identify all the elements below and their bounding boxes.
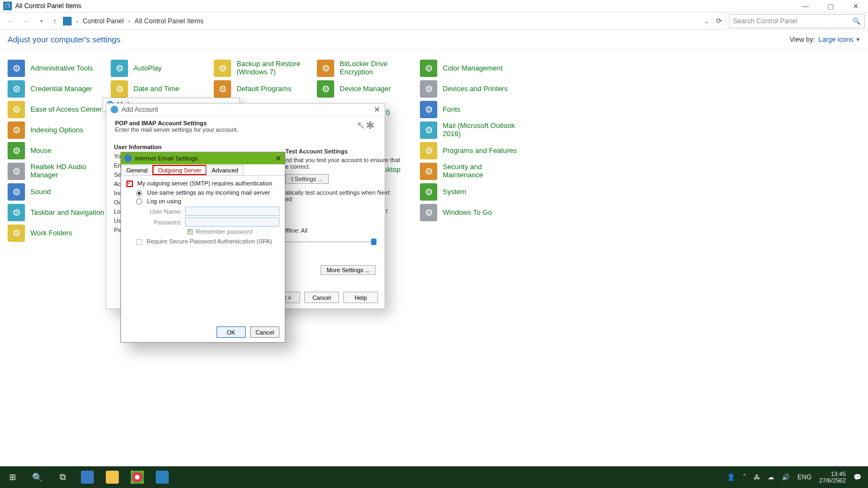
cp-item[interactable]: ⚙Devices and Printers	[420, 79, 523, 99]
breadcrumb-drop[interactable]: ⌄	[701, 17, 712, 25]
search-button[interactable]: 🔍	[25, 466, 50, 488]
radio-logon-row[interactable]: Log on using	[126, 198, 279, 205]
cp-item-label: Work Folders	[30, 229, 72, 237]
cp-item-icon: ⚙	[420, 183, 437, 201]
onedrive-icon[interactable]: ☁	[768, 473, 774, 481]
search-box[interactable]: Search Control Panel 🔍	[729, 14, 865, 28]
offline-slider[interactable]	[285, 241, 374, 242]
smtp-auth-checkbox[interactable]	[126, 181, 133, 187]
cp-item-icon: ⚙	[8, 121, 25, 139]
tab-general[interactable]: General	[121, 165, 153, 175]
cp-item[interactable]: ⚙Work Folders	[8, 223, 111, 243]
password-input[interactable]	[185, 217, 279, 227]
cp-item-icon: ⚙	[420, 80, 437, 98]
tray-chevron-icon[interactable]: ˄	[743, 473, 746, 481]
help-button[interactable]: Help	[343, 292, 378, 303]
password-label: Password:	[146, 219, 182, 226]
test-account-desc: e correct.	[285, 163, 410, 170]
radio-logon[interactable]	[136, 198, 142, 204]
section-test-account: Test Account Settings	[285, 148, 410, 155]
clock-date: 27/6/2562	[819, 477, 846, 484]
cp-item-icon: ⚙	[8, 163, 25, 180]
network-icon[interactable]: 🖧	[754, 473, 760, 481]
breadcrumb-item[interactable]: All Control Panel Items	[132, 17, 206, 25]
cp-item[interactable]: ⚙AutoPlay	[111, 58, 214, 79]
remember-password-checkbox[interactable]	[187, 229, 193, 235]
spa-checkbox[interactable]	[136, 239, 142, 245]
cp-item[interactable]: ⚙Taskbar and Navigation	[8, 202, 111, 223]
test-settings-button[interactable]: t Settings ...	[285, 174, 329, 184]
control-panel-icon: ❐	[3, 2, 12, 10]
radio-same-settings[interactable]	[136, 190, 142, 196]
cp-item[interactable]: ⚙Default Programs	[214, 79, 317, 99]
ok-button[interactable]: OK	[216, 326, 246, 338]
cp-item-icon: ⚙	[111, 60, 128, 77]
tab-outgoing-server[interactable]: Outgoing Server	[152, 165, 207, 175]
tab-bar: General Outgoing Server Advanced	[121, 164, 285, 176]
radio-same-settings-row[interactable]: Use same settings as my incoming mail se…	[126, 189, 279, 196]
minimize-button[interactable]: —	[793, 0, 818, 12]
smtp-auth-row[interactable]: My outgoing server (SMTP) requires authe…	[126, 180, 279, 187]
forward-button[interactable]: →	[18, 16, 34, 25]
cp-item[interactable]: ⚙Device Manager	[317, 79, 420, 99]
cp-item[interactable]: ⚙Administrative Tools	[8, 58, 111, 79]
auto-test-label: atically test account settings when Next	[285, 189, 410, 196]
search-placeholder: Search Control Panel	[733, 17, 797, 25]
cp-item[interactable]: ⚙Programs and Features	[420, 140, 523, 161]
cp-item[interactable]: ⚙System	[420, 182, 523, 202]
cp-item-icon: ⚙	[420, 204, 437, 221]
cp-item-label: Fonts	[443, 106, 461, 114]
cp-item[interactable]: ⚙Credential Manager	[8, 79, 111, 99]
cp-item[interactable]: ⚙Mouse	[8, 140, 111, 161]
start-button[interactable]: ⊞	[0, 466, 25, 488]
close-button[interactable]: ✕	[843, 0, 868, 12]
close-icon[interactable]: ✕	[374, 105, 380, 114]
cancel-button[interactable]: Cancel	[250, 326, 279, 338]
cp-item[interactable]: ⚙Date and Time	[111, 79, 214, 99]
cp-item-icon: ⚙	[111, 80, 128, 98]
test-account-desc: nd that you test your account to ensure …	[285, 157, 410, 163]
taskbar-app-control-panel[interactable]	[150, 466, 175, 488]
cp-item[interactable]: ⚙Color Management	[420, 58, 523, 79]
maximize-button[interactable]: ▢	[818, 0, 843, 12]
auto-test-label: ed	[285, 196, 410, 202]
add-account-title: Add Account	[122, 106, 158, 113]
cp-item[interactable]: ⚙Windows To Go	[420, 202, 523, 223]
cp-item-icon: ⚙	[8, 80, 25, 98]
spa-row[interactable]: Require Secure Password Authentication (…	[136, 238, 279, 245]
taskbar-app[interactable]	[75, 466, 100, 488]
cp-item[interactable]: ⚙Indexing Options	[8, 120, 111, 140]
offline-label: ffline: All	[285, 227, 410, 234]
cp-item[interactable]: ⚙Backup and Restore (Windows 7)	[214, 58, 317, 79]
tab-advanced[interactable]: Advanced	[206, 165, 244, 175]
clock[interactable]: 13:45 27/6/2562	[819, 471, 846, 484]
viewby-label: View by:	[789, 36, 815, 43]
close-icon[interactable]: ✕	[275, 154, 282, 163]
taskbar: ⊞ 🔍 ⧉ 👤 ˄ 🖧 ☁ 🔊 ENG 13:45 27/6/2562 💬	[0, 466, 868, 488]
taskbar-app-chrome[interactable]	[125, 466, 150, 488]
chevron-down-icon[interactable]: ▼	[856, 37, 860, 42]
refresh-button[interactable]: ⟳	[712, 14, 726, 28]
username-input[interactable]	[185, 207, 279, 216]
people-icon[interactable]: 👤	[727, 473, 735, 481]
more-settings-button[interactable]: More Settings ...	[321, 265, 376, 275]
cp-item[interactable]: ⚙BitLocker Drive Encryption	[317, 58, 420, 79]
breadcrumb-item[interactable]: Control Panel	[80, 17, 126, 25]
cp-item[interactable]: ⚙Mail (Microsoft Outlook 2016)	[420, 120, 523, 140]
history-dropdown[interactable]: ▾	[34, 18, 49, 24]
up-button[interactable]: ↑	[49, 17, 61, 25]
cp-item[interactable]: ⚙Security and Maintenance	[420, 161, 523, 182]
action-center-icon[interactable]: 💬	[853, 473, 861, 481]
cancel-button[interactable]: Cancel	[304, 292, 339, 303]
cp-item[interactable]: ⚙Fonts	[420, 99, 523, 120]
cp-item[interactable]: ⚙Realtek HD Audio Manager	[8, 161, 111, 182]
cp-item[interactable]: ⚙Sound	[8, 182, 111, 202]
back-button[interactable]: ←	[3, 16, 18, 25]
taskbar-app-explorer[interactable]	[100, 466, 125, 488]
viewby-value[interactable]: Large icons	[818, 36, 853, 43]
cp-item[interactable]: ⚙Ease of Access Center	[8, 99, 111, 120]
taskview-button[interactable]: ⧉	[50, 466, 75, 488]
volume-icon[interactable]: 🔊	[782, 473, 790, 481]
language-indicator[interactable]: ENG	[797, 473, 812, 481]
cp-item-icon: ⚙	[420, 60, 437, 77]
